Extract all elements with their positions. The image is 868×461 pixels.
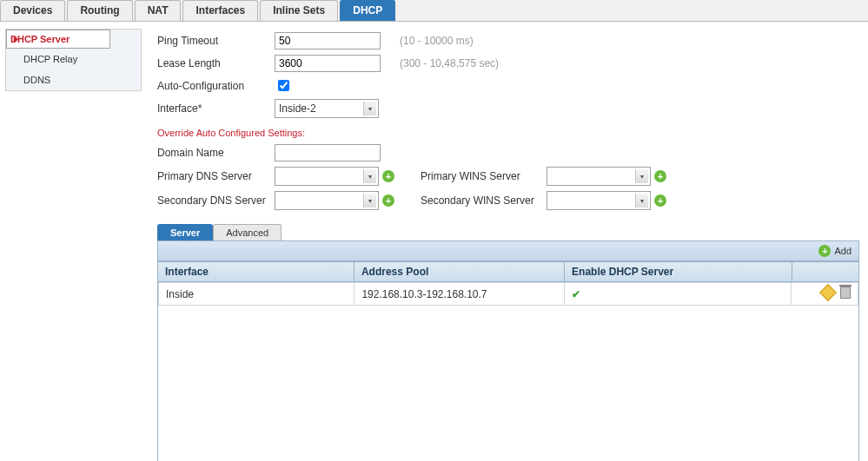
secondary-wins-add-icon[interactable] bbox=[654, 194, 666, 207]
lease-length-label: Lease Length bbox=[157, 57, 275, 69]
add-button-label: Add bbox=[834, 246, 851, 256]
chevron-down-icon: ▾ bbox=[363, 102, 376, 115]
tab-devices[interactable]: Devices bbox=[0, 0, 65, 21]
lease-length-hint: (300 - 10,48,575 sec) bbox=[400, 57, 499, 69]
sidebar: DHCP Server DHCP Relay DDNS bbox=[5, 29, 142, 91]
primary-wins-label: Primary WINS Server bbox=[421, 170, 547, 182]
tab-nat[interactable]: NAT bbox=[135, 0, 182, 21]
dhcp-server-table: Interface Address Pool Enable DHCP Serve… bbox=[157, 261, 859, 282]
cell-pool: 192.168.10.3-192.168.10.7 bbox=[354, 283, 565, 306]
chevron-down-icon: ▾ bbox=[635, 169, 648, 183]
secondary-dns-select[interactable]: ▾ bbox=[275, 191, 379, 210]
ping-timeout-hint: (10 - 10000 ms) bbox=[400, 35, 474, 47]
secondary-dns-label: Secondary DNS Server bbox=[157, 194, 275, 207]
tab-interfaces[interactable]: Interfaces bbox=[182, 0, 258, 21]
ping-timeout-label: Ping Timeout bbox=[157, 35, 275, 47]
interface-select-value: Inside-2 bbox=[279, 102, 316, 115]
primary-dns-select[interactable]: ▾ bbox=[275, 167, 379, 186]
primary-dns-label: Primary DNS Server bbox=[157, 170, 275, 182]
domain-name-input[interactable] bbox=[275, 144, 381, 161]
chevron-down-icon: ▾ bbox=[635, 194, 648, 207]
sidebar-item-dhcp-server[interactable]: DHCP Server bbox=[6, 30, 110, 49]
col-enable: Enable DHCP Server bbox=[565, 262, 792, 282]
edit-icon[interactable] bbox=[819, 284, 837, 301]
subtab-advanced[interactable]: Advanced bbox=[213, 224, 282, 240]
chevron-down-icon: ▾ bbox=[363, 194, 376, 207]
cell-enable: ✔ bbox=[564, 283, 791, 306]
interface-select[interactable]: Inside-2 ▾ bbox=[275, 99, 379, 118]
main-panel: Ping Timeout (10 - 10000 ms) Lease Lengt… bbox=[142, 29, 868, 461]
server-toolbar: Add bbox=[157, 240, 859, 261]
tab-routing[interactable]: Routing bbox=[67, 0, 132, 21]
col-address-pool: Address Pool bbox=[354, 262, 564, 282]
delete-icon[interactable] bbox=[840, 286, 851, 299]
auto-config-label: Auto-Configuration bbox=[157, 80, 275, 92]
primary-dns-add-icon[interactable] bbox=[382, 170, 394, 182]
subtab-server[interactable]: Server bbox=[157, 224, 213, 240]
sidebar-item-ddns[interactable]: DDNS bbox=[6, 69, 141, 90]
add-button[interactable]: Add bbox=[818, 245, 851, 257]
col-actions bbox=[792, 262, 859, 282]
secondary-dns-add-icon[interactable] bbox=[382, 194, 394, 207]
primary-wins-select[interactable]: ▾ bbox=[547, 167, 651, 186]
check-icon: ✔ bbox=[572, 288, 580, 300]
override-settings-heading: Override Auto Configured Settings: bbox=[157, 127, 859, 139]
main-tabs: Devices Routing NAT Interfaces Inline Se… bbox=[0, 0, 868, 22]
secondary-wins-select[interactable]: ▾ bbox=[547, 191, 651, 210]
tab-inline-sets[interactable]: Inline Sets bbox=[260, 0, 338, 21]
col-interface: Interface bbox=[158, 262, 354, 282]
domain-name-label: Domain Name bbox=[157, 147, 275, 159]
primary-wins-add-icon[interactable] bbox=[654, 170, 666, 182]
auto-config-checkbox[interactable] bbox=[278, 80, 289, 91]
secondary-wins-label: Secondary WINS Server bbox=[421, 194, 547, 207]
tab-dhcp[interactable]: DHCP bbox=[340, 0, 395, 21]
lease-length-input[interactable] bbox=[275, 55, 381, 72]
ping-timeout-input[interactable] bbox=[275, 32, 381, 49]
chevron-down-icon: ▾ bbox=[363, 169, 376, 183]
cell-interface: Inside bbox=[159, 283, 354, 306]
interface-label: Interface* bbox=[157, 102, 275, 115]
sidebar-item-dhcp-relay[interactable]: DHCP Relay bbox=[6, 49, 141, 69]
sub-tabs: Server Advanced bbox=[157, 224, 859, 240]
plus-icon bbox=[818, 245, 831, 257]
table-row[interactable]: Inside 192.168.10.3-192.168.10.7 ✔ bbox=[159, 283, 858, 306]
